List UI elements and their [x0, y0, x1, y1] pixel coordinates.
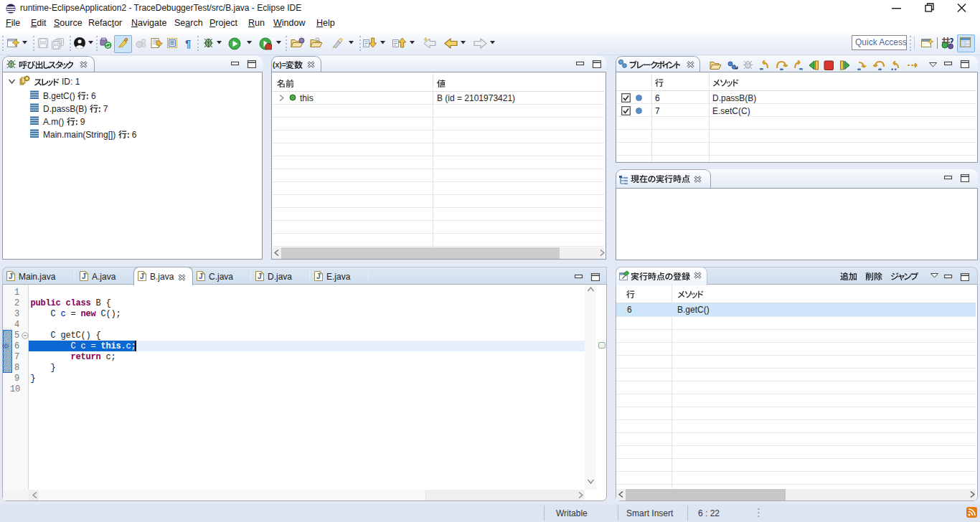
svg-text:J: J — [82, 272, 86, 280]
svg-text:J: J — [199, 272, 203, 280]
svg-text:J: J — [316, 272, 321, 280]
svg-text:J: J — [9, 272, 13, 280]
svg-text:J: J — [140, 272, 144, 280]
svg-text:J: J — [258, 272, 262, 280]
